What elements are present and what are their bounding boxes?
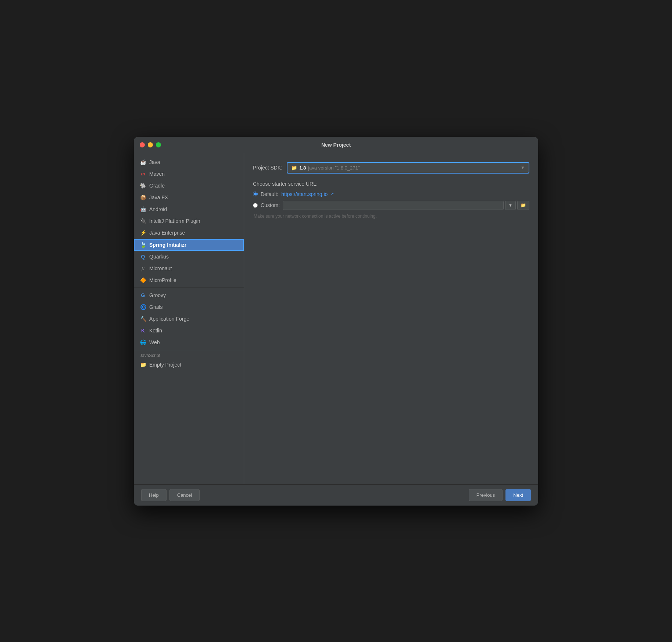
close-button[interactable]	[140, 142, 145, 147]
sidebar-item-label: Micronaut	[149, 265, 172, 271]
sdk-row: Project SDK: 📁 1.8 java version "1.8.0_2…	[253, 162, 529, 174]
sidebar-item-label: IntelliJ Platform Plugin	[149, 218, 200, 224]
micronaut-icon: μ	[140, 265, 146, 272]
sidebar-item-intellij[interactable]: 🔌 IntelliJ Platform Plugin	[134, 215, 244, 227]
groovy-icon: G	[140, 292, 146, 299]
sidebar-item-quarkus[interactable]: Q Quarkus	[134, 251, 244, 263]
hint-text: Make sure your network connection is act…	[253, 214, 529, 219]
kotlin-icon: K	[140, 327, 146, 334]
cancel-button[interactable]: Cancel	[169, 489, 200, 501]
sidebar-item-empty[interactable]: 📁 Empty Project	[134, 359, 244, 371]
external-link-icon: ↗	[330, 192, 334, 196]
sidebar-item-label: Java	[149, 159, 160, 165]
sidebar-item-microprofile[interactable]: 🔶 MicroProfile	[134, 274, 244, 286]
footer-left: Help Cancel	[141, 489, 200, 501]
android-icon: 🤖	[140, 206, 146, 213]
sidebar-item-javaenterprise[interactable]: ⚡ Java Enterprise	[134, 227, 244, 239]
sidebar-item-label: Maven	[149, 171, 165, 177]
sidebar-item-javafx[interactable]: 📦 Java FX	[134, 192, 244, 203]
custom-label: Custom:	[261, 202, 280, 208]
grails-icon: 🌀	[140, 304, 146, 310]
sidebar-item-android[interactable]: 🤖 Android	[134, 203, 244, 215]
maximize-button[interactable]	[156, 142, 161, 147]
minimize-button[interactable]	[148, 142, 153, 147]
footer-right: Previous Next	[469, 489, 531, 501]
sidebar-item-appforge[interactable]: 🔨 Application Forge	[134, 313, 244, 325]
intellij-icon: 🔌	[140, 218, 146, 224]
sidebar-item-groovy[interactable]: G Groovy	[134, 289, 244, 301]
sidebar-item-label: Java FX	[149, 195, 168, 200]
help-button[interactable]: Help	[141, 489, 167, 501]
sidebar-item-maven[interactable]: m Maven	[134, 168, 244, 180]
javafx-icon: 📦	[140, 194, 146, 201]
divider2	[134, 350, 244, 350]
sdk-detail: java version "1.8.0_271"	[308, 165, 360, 171]
microprofile-icon: 🔶	[140, 277, 146, 283]
next-button[interactable]: Next	[505, 489, 531, 501]
traffic-lights	[140, 142, 161, 147]
sidebar-item-label: Web	[149, 339, 160, 345]
sidebar-item-label: Grails	[149, 304, 163, 310]
spring-icon: 🍃	[140, 242, 146, 248]
sidebar-item-java[interactable]: ☕ Java	[134, 156, 244, 168]
sdk-dropdown[interactable]: 📁 1.8 java version "1.8.0_271" ▼	[287, 162, 529, 174]
custom-input-group: ▼ 📁	[283, 201, 529, 210]
sidebar-item-kotlin[interactable]: K Kotlin	[134, 325, 244, 336]
gradle-icon: 🐘	[140, 182, 146, 189]
main-content: ☕ Java m Maven 🐘 Gradle 📦 Java FX 🤖 Andr…	[134, 153, 538, 484]
sidebar-item-micronaut[interactable]: μ Micronaut	[134, 263, 244, 274]
sdk-label: Project SDK:	[253, 165, 282, 171]
sidebar-item-label: Groovy	[149, 292, 166, 298]
appforge-icon: 🔨	[140, 315, 146, 322]
group-label: JavaScript	[140, 353, 160, 358]
custom-radio[interactable]	[253, 203, 258, 208]
sidebar-item-gradle[interactable]: 🐘 Gradle	[134, 180, 244, 192]
default-radio[interactable]	[253, 192, 258, 196]
previous-button[interactable]: Previous	[469, 489, 503, 501]
custom-url-browse-button[interactable]: 📁	[517, 201, 529, 210]
default-url-link[interactable]: https://start.spring.io	[281, 191, 328, 197]
footer: Help Cancel Previous Next	[134, 484, 538, 506]
java-icon: ☕	[140, 159, 146, 165]
custom-url-input[interactable]	[283, 201, 504, 210]
sidebar-item-label: Quarkus	[149, 254, 169, 260]
javaent-icon: ⚡	[140, 229, 146, 236]
sdk-version: 1.8	[299, 165, 306, 171]
divider	[134, 288, 244, 288]
sidebar-item-spring[interactable]: 🍃 Spring Initializr	[134, 239, 244, 251]
sidebar-item-label: Spring Initializr	[149, 242, 186, 248]
sidebar-item-label: Android	[149, 206, 167, 212]
empty-icon: 📁	[140, 361, 146, 368]
main-panel: Project SDK: 📁 1.8 java version "1.8.0_2…	[244, 153, 538, 484]
sidebar-item-label: Java Enterprise	[149, 230, 185, 236]
sdk-folder-icon: 📁	[291, 165, 297, 171]
sidebar-item-javascript-group: JavaScript	[134, 352, 244, 359]
window-title: New Project	[321, 142, 351, 148]
sidebar-item-web[interactable]: 🌐 Web	[134, 336, 244, 348]
sidebar: ☕ Java m Maven 🐘 Gradle 📦 Java FX 🤖 Andr…	[134, 153, 244, 484]
quarkus-icon: Q	[140, 253, 146, 260]
custom-row: Custom: ▼ 📁	[253, 201, 529, 210]
maven-icon: m	[140, 171, 146, 177]
custom-url-dropdown-button[interactable]: ▼	[505, 201, 516, 210]
web-icon: 🌐	[140, 339, 146, 346]
sidebar-item-label: Empty Project	[149, 362, 181, 368]
choose-label: Choose starter service URL:	[253, 181, 529, 187]
sidebar-item-grails[interactable]: 🌀 Grails	[134, 301, 244, 313]
dropdown-arrow-icon: ▼	[521, 165, 525, 170]
sidebar-item-label: Gradle	[149, 183, 165, 189]
new-project-window: New Project ☕ Java m Maven 🐘 Gradle 📦 Ja…	[134, 137, 538, 506]
default-radio-row: Default: https://start.spring.io ↗	[253, 191, 529, 197]
titlebar: New Project	[134, 137, 538, 153]
sidebar-item-label: Application Forge	[149, 316, 189, 322]
sidebar-item-label: Kotlin	[149, 328, 162, 334]
sidebar-item-label: MicroProfile	[149, 277, 176, 283]
default-label: Default:	[261, 191, 278, 197]
sdk-dropdown-left: 📁 1.8 java version "1.8.0_271"	[291, 165, 360, 171]
